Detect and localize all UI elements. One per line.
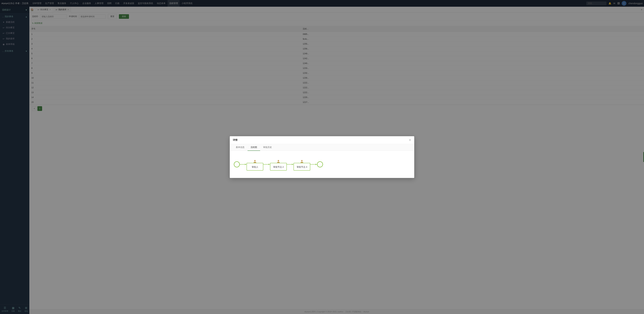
node-avatar-2 <box>276 160 280 164</box>
flow-arrow-1 <box>240 164 246 165</box>
modal-dialog: 详情 ✕ 基本信息 流程图 审批历史 <box>230 136 414 178</box>
svg-point-0 <box>254 160 256 161</box>
node-label-3: 审批节点 3 <box>296 166 308 169</box>
modal-title: 详情 <box>233 139 238 142</box>
modal-header: 详情 ✕ <box>230 136 414 144</box>
flow-node-approver: 审批人 <box>246 163 263 171</box>
modal-tab-flow-chart[interactable]: 流程图 <box>248 144 260 151</box>
modal-close-btn[interactable]: ✕ <box>409 138 411 142</box>
modal-tabs: 基本信息 流程图 审批历史 <box>230 144 414 151</box>
flow-arrow-2 <box>263 164 270 165</box>
svg-point-1 <box>278 160 279 161</box>
modal-tab-basic-info[interactable]: 基本信息 <box>233 144 248 151</box>
flow-end-node <box>317 161 323 167</box>
flow-node-3: 审批节点 3 <box>294 163 310 171</box>
flow-diagram: 审批人 审批节点 2 <box>234 155 410 174</box>
flow-node-2: 审批节点 2 <box>270 163 287 171</box>
flow-arrow-4 <box>310 164 317 165</box>
node-avatar-3 <box>300 160 304 164</box>
modal-tab-history[interactable]: 审批历史 <box>260 144 275 151</box>
flow-start-node <box>234 161 240 167</box>
modal-overlay[interactable]: 详情 ✕ 基本信息 流程图 审批历史 <box>0 0 644 314</box>
flow-arrow-3 <box>287 164 294 165</box>
modal-body: 审批人 审批节点 2 <box>230 151 414 178</box>
node-label-1: 审批人 <box>249 166 260 169</box>
svg-point-2 <box>301 160 302 161</box>
node-avatar-1 <box>253 160 257 164</box>
node-label-2: 审批节点 2 <box>273 166 284 169</box>
